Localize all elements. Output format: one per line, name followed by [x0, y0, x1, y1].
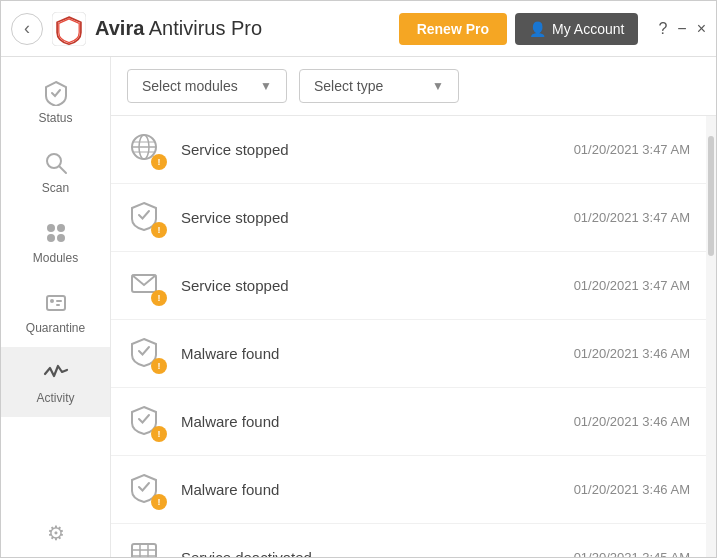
warning-badge: ! [151, 222, 167, 238]
sidebar-item-activity[interactable]: Activity [1, 347, 110, 417]
item-time: 01/20/2021 3:46 AM [574, 346, 690, 361]
scrollbar-thumb[interactable] [708, 136, 714, 256]
app-logo [51, 11, 87, 47]
title-bar-right: Renew Pro 👤 My Account ? − × [399, 13, 706, 45]
status-icon [42, 79, 70, 107]
window-controls: ? − × [658, 20, 706, 38]
svg-point-8 [50, 299, 54, 303]
item-icon-shield: ! [127, 402, 167, 442]
content-area: Select modules ▼ Select type ▼ [111, 57, 716, 557]
select-type-dropdown[interactable]: Select type ▼ [299, 69, 459, 103]
svg-rect-9 [56, 300, 62, 302]
quarantine-icon [42, 289, 70, 317]
item-icon-shield: ! [127, 334, 167, 374]
list-item[interactable]: ! Malware found 01/20/2021 3:46 AM [111, 320, 706, 388]
warning-badge: ! [151, 426, 167, 442]
sidebar-scan-label: Scan [42, 181, 69, 195]
item-title: Service stopped [181, 209, 289, 226]
title-bar: ‹ Avira Antivirus Pro Renew Pro 👤 My Acc… [1, 1, 716, 57]
activity-list-container: ! Service stopped 01/20/2021 3:47 AM [111, 116, 716, 557]
app-window: ‹ Avira Antivirus Pro Renew Pro 👤 My Acc… [0, 0, 717, 558]
activity-icon [42, 359, 70, 387]
sidebar: Status Scan [1, 57, 111, 557]
svg-point-6 [57, 234, 65, 242]
item-content: Service stopped [181, 277, 574, 295]
sidebar-item-quarantine[interactable]: Quarantine [1, 277, 110, 347]
item-title: Malware found [181, 481, 279, 498]
help-button[interactable]: ? [658, 20, 667, 38]
sidebar-status-label: Status [38, 111, 72, 125]
item-icon-firewall: ! [127, 538, 167, 558]
settings-button[interactable]: ⚙ [35, 509, 77, 557]
sidebar-item-modules[interactable]: Modules [1, 207, 110, 277]
warning-badge: ! [151, 154, 167, 170]
list-item[interactable]: ! Service stopped 01/20/2021 3:47 AM [111, 116, 706, 184]
item-content: Service deactivated [181, 549, 574, 558]
scan-icon [42, 149, 70, 177]
svg-rect-7 [47, 296, 65, 310]
modules-icon [42, 219, 70, 247]
list-item[interactable]: ! Malware found 01/20/2021 3:46 AM [111, 456, 706, 524]
item-time: 01/20/2021 3:47 AM [574, 142, 690, 157]
select-type-label: Select type [314, 78, 383, 94]
warning-badge: ! [151, 290, 167, 306]
item-content: Service stopped [181, 209, 574, 227]
app-title: Avira Antivirus Pro [95, 17, 262, 40]
sidebar-item-status[interactable]: Status [1, 67, 110, 137]
item-time: 01/20/2021 3:45 AM [574, 550, 690, 557]
my-account-button[interactable]: 👤 My Account [515, 13, 638, 45]
list-item[interactable]: ! Service deactivated 01/20/2021 3:45 AM [111, 524, 706, 557]
item-content: Malware found [181, 345, 574, 363]
account-icon: 👤 [529, 21, 546, 37]
list-item[interactable]: ! Service stopped 01/20/2021 3:47 AM [111, 184, 706, 252]
scrollbar-track[interactable] [706, 116, 716, 557]
item-icon-shield: ! [127, 198, 167, 238]
back-button[interactable]: ‹ [11, 13, 43, 45]
svg-point-4 [57, 224, 65, 232]
item-content: Malware found [181, 481, 574, 499]
chevron-down-icon: ▼ [260, 79, 272, 93]
sidebar-item-scan[interactable]: Scan [1, 137, 110, 207]
svg-rect-10 [56, 304, 60, 306]
renew-pro-button[interactable]: Renew Pro [399, 13, 507, 45]
filter-bar: Select modules ▼ Select type ▼ [111, 57, 716, 116]
select-modules-dropdown[interactable]: Select modules ▼ [127, 69, 287, 103]
item-content: Service stopped [181, 141, 574, 159]
item-icon-mail: ! [127, 266, 167, 306]
item-content: Malware found [181, 413, 574, 431]
activity-list: ! Service stopped 01/20/2021 3:47 AM [111, 116, 706, 557]
main-area: Status Scan [1, 57, 716, 557]
minimize-button[interactable]: − [677, 20, 686, 38]
svg-point-3 [47, 224, 55, 232]
item-icon-globe: ! [127, 130, 167, 170]
sidebar-modules-label: Modules [33, 251, 78, 265]
item-title: Service stopped [181, 277, 289, 294]
select-modules-label: Select modules [142, 78, 238, 94]
item-title: Service stopped [181, 141, 289, 158]
warning-badge: ! [151, 494, 167, 510]
svg-point-5 [47, 234, 55, 242]
item-time: 01/20/2021 3:46 AM [574, 414, 690, 429]
item-title: Service deactivated [181, 549, 312, 558]
close-button[interactable]: × [697, 20, 706, 38]
sidebar-activity-label: Activity [36, 391, 74, 405]
svg-line-2 [59, 166, 66, 173]
item-time: 01/20/2021 3:47 AM [574, 278, 690, 293]
list-item[interactable]: ! Malware found 01/20/2021 3:46 AM [111, 388, 706, 456]
warning-badge: ! [151, 358, 167, 374]
gear-icon: ⚙ [47, 521, 65, 545]
item-icon-shield: ! [127, 470, 167, 510]
sidebar-quarantine-label: Quarantine [26, 321, 85, 335]
avira-logo-icon [52, 12, 86, 46]
item-time: 01/20/2021 3:47 AM [574, 210, 690, 225]
chevron-down-icon: ▼ [432, 79, 444, 93]
item-time: 01/20/2021 3:46 AM [574, 482, 690, 497]
list-item[interactable]: ! Service stopped 01/20/2021 3:47 AM [111, 252, 706, 320]
item-title: Malware found [181, 345, 279, 362]
item-title: Malware found [181, 413, 279, 430]
title-bar-left: ‹ Avira Antivirus Pro [11, 11, 399, 47]
